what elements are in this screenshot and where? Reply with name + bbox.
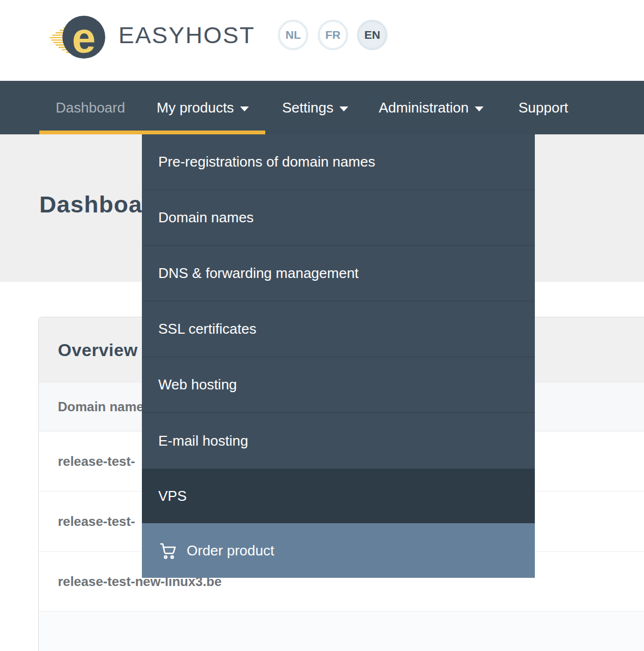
overview-card-title: Overview — [58, 340, 138, 360]
menu-item-label: DNS & forwarding management — [158, 265, 359, 282]
menu-item-label: E-mail hosting — [158, 433, 248, 449]
brand-name: EASYHOST — [118, 22, 255, 49]
domain-name-cell: release-test- — [58, 514, 135, 529]
nav-item-label: Settings — [282, 99, 333, 116]
nav-item-administration[interactable]: Administration — [379, 81, 484, 134]
menu-item-label: Web hosting — [158, 376, 237, 393]
easyhost-dashboard-page: e EASYHOST NL FR EN Dashboard My product… — [0, 0, 644, 651]
menu-item-label: VPS — [158, 488, 187, 505]
language-button-nl[interactable]: NL — [278, 20, 308, 50]
menu-item-dns-forwarding[interactable]: DNS & forwarding management — [142, 246, 535, 301]
chevron-down-icon — [339, 106, 348, 111]
language-button-fr[interactable]: FR — [318, 20, 348, 50]
menu-item-domain-names[interactable]: Domain names — [142, 190, 535, 246]
menu-item-order-product[interactable]: Order product — [142, 523, 535, 578]
menu-item-pre-registrations[interactable]: Pre-registrations of domain names — [142, 134, 535, 190]
menu-item-vps[interactable]: VPS — [142, 469, 535, 523]
chevron-down-icon — [240, 106, 249, 111]
menu-item-label: Domain names — [158, 209, 254, 226]
my-products-dropdown-menu: Pre-registrations of domain names Domain… — [142, 134, 535, 578]
site-header: e EASYHOST NL FR EN — [0, 0, 644, 81]
cart-icon — [158, 541, 178, 560]
nav-item-label: Dashboard — [56, 99, 125, 116]
column-header-label: Domain name — [58, 399, 144, 415]
nav-item-dashboard[interactable]: Dashboard — [56, 81, 125, 134]
menu-item-email-hosting[interactable]: E-mail hosting — [142, 413, 535, 469]
active-nav-indicator — [39, 131, 265, 134]
nav-item-support[interactable]: Support — [518, 81, 568, 134]
domain-name-cell: release-test- — [58, 454, 135, 469]
svg-text:e: e — [72, 14, 96, 62]
menu-item-label: Order product — [187, 542, 274, 559]
table-footer-row — [39, 612, 644, 651]
language-button-en[interactable]: EN — [357, 20, 387, 50]
easyhost-logo-icon: e — [46, 13, 109, 62]
nav-item-label: My products — [157, 99, 234, 116]
main-navbar: Dashboard My products Settings Administr… — [0, 81, 644, 134]
nav-item-settings[interactable]: Settings — [282, 81, 348, 134]
menu-item-web-hosting[interactable]: Web hosting — [142, 357, 535, 413]
menu-item-label: Pre-registrations of domain names — [158, 153, 375, 170]
menu-item-label: SSL certificates — [158, 321, 257, 338]
menu-item-ssl-certificates[interactable]: SSL certificates — [142, 301, 535, 357]
nav-item-label: Administration — [379, 99, 469, 116]
nav-item-my-products[interactable]: My products — [157, 81, 249, 134]
nav-item-label: Support — [518, 99, 568, 116]
chevron-down-icon — [475, 106, 484, 111]
